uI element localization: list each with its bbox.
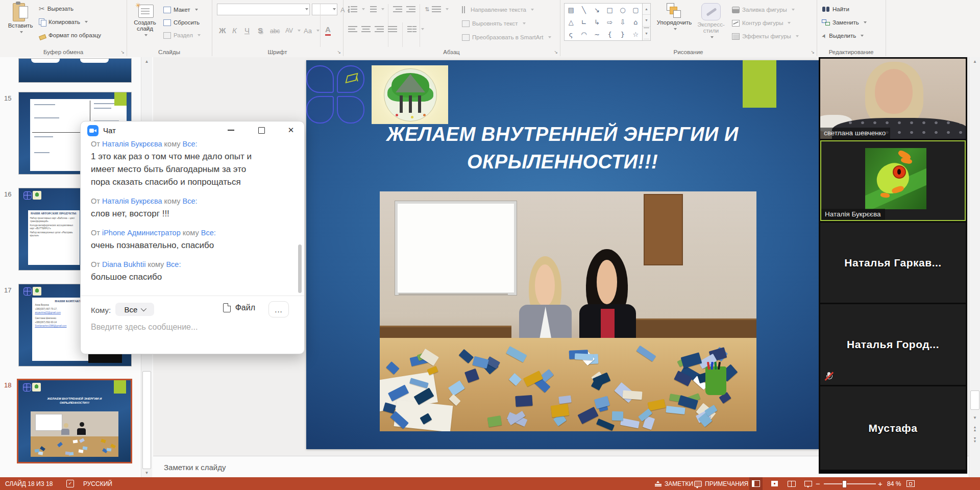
columns-button[interactable] [407,23,424,35]
shape-triangle-icon[interactable]: △ [565,16,577,28]
shape-left-brace-icon[interactable]: { [603,28,616,40]
shape-ellipse-icon[interactable]: ○ [616,4,629,16]
scrollbar-thumb[interactable] [142,371,151,469]
shape-elbow-arrow-icon[interactable]: ↳ [591,16,603,28]
font-size-combo[interactable] [312,4,337,15]
chat-header[interactable]: Чат ✕ [81,121,304,138]
decrease-indent-button[interactable] [393,4,402,15]
language-indicator[interactable]: РУССКИЙ [83,477,112,490]
file-button[interactable]: Файл [223,303,255,312]
italic-button[interactable]: К [232,24,237,36]
shape-elbow-icon[interactable]: ∟ [577,16,590,28]
thumbnail-slide-18-selected[interactable]: ЖЕЛАЕМ ВНУТРЕННЕЙ ЭНЕРГИИ И ОКРЫЛЕННОСТИ… [17,379,132,463]
format-painter-button[interactable]: Формат по образцу [39,30,101,41]
shape-rectangle-icon[interactable]: □ [603,4,616,16]
participant-tile[interactable]: Наталья Город... [820,304,966,385]
reset-button[interactable]: Сбросить [163,17,200,28]
layout-button[interactable]: Макет [163,4,198,15]
more-options-button[interactable]: ... [268,301,289,317]
align-text-button[interactable]: Выровнять текст [462,18,526,29]
thumbnail-slide-14-partial[interactable] [18,58,132,83]
spellcheck-button[interactable]: ✓ [66,477,74,490]
dialog-launcher-icon[interactable]: ↘ [337,50,341,55]
align-center-button[interactable] [361,23,371,35]
zoom-slider-track[interactable] [824,483,876,484]
main-scrollbar[interactable]: ▲ ▼ ▲▲ ▼▼ [969,57,980,477]
recipient-dropdown[interactable]: Все [115,303,154,316]
text-shadow-button[interactable]: S [258,24,263,36]
shape-right-brace-icon[interactable]: } [616,28,629,40]
dialog-launcher-icon[interactable]: ↘ [554,50,558,55]
participant-tile[interactable]: Наталья Гаркав... [820,223,966,303]
bullets-button[interactable] [348,4,365,15]
find-button[interactable]: Найти [822,4,849,15]
chat-scrollbar[interactable] [298,244,302,293]
shape-star-icon[interactable]: ☆ [629,28,642,40]
shape-right-arrow-icon[interactable]: ⇨ [603,16,616,28]
shape-curve-icon[interactable]: ∼ [591,28,603,40]
notes-toggle-button[interactable]: ЗАМЕТКИ [655,477,693,490]
shape-effects-button[interactable]: Эффекты фигуры [732,31,799,42]
minimize-button[interactable] [224,124,238,137]
replace-button[interactable]: Заменить [822,17,867,28]
zoom-out-button[interactable]: − [816,477,820,490]
copy-button[interactable]: Копировать [39,16,88,28]
participant-tile[interactable]: Мустафа [820,386,966,470]
shape-textbox-icon[interactable]: ▤ [565,4,577,16]
shape-scribble-icon[interactable]: ς [565,28,577,40]
shape-outline-button[interactable]: Контур фигуры [732,17,791,29]
chat-message-input[interactable]: Введите здесь сообщение... [91,323,294,332]
shapes-gallery-scroll[interactable]: ▲ ▼ ▼ [642,3,651,41]
participant-tile-active-speaker[interactable]: Наталія Букрєєва [820,140,966,221]
slideshow-button[interactable] [801,477,815,490]
change-case-button[interactable]: Aa [304,25,320,36]
maximize-button[interactable] [254,124,268,137]
shape-line-icon[interactable]: ╲ [577,4,590,16]
underline-button[interactable]: Ч [244,24,250,36]
zoom-percentage[interactable]: 84 % [887,477,901,490]
dialog-launcher-icon[interactable]: ↘ [811,50,815,55]
slide-editing-area[interactable]: ЖЕЛАЕМ ВНУТРЕННЕЙ ЭНЕРГИИ И ОКРЫЛЕННОСТИ… [306,60,819,449]
arrange-button[interactable]: Упорядочить [656,3,693,32]
paste-button[interactable]: Вставить [6,2,35,35]
new-slide-button[interactable]: ✳ Создать слайд [130,3,160,38]
close-icon[interactable]: ✕ [284,124,298,137]
text-direction-button[interactable]: Направление текста [462,4,534,15]
cut-button[interactable]: ✂ Вырезать [39,3,74,14]
scroll-down-icon[interactable]: ▼ [141,471,152,475]
shape-rounded-rect-icon[interactable]: ▢ [629,4,642,16]
comments-toggle-button[interactable]: ПРИМЕЧАНИЯ [694,477,748,490]
shape-freeform-icon[interactable]: ⌂ [629,16,642,28]
font-name-combo[interactable] [217,4,310,15]
scroll-up-icon[interactable]: ▲ [141,59,152,64]
zoom-in-button[interactable]: + [878,477,883,490]
gallery-down-icon[interactable]: ▼ [643,15,650,26]
section-button[interactable]: Раздел [163,30,201,41]
gallery-more-icon[interactable]: ▼ [644,28,649,39]
increase-indent-button[interactable] [406,4,415,15]
normal-view-button[interactable] [749,477,763,490]
align-right-button[interactable] [375,23,384,35]
gallery-up-icon[interactable]: ▲ [643,4,650,15]
shapes-gallery[interactable]: ▤ ╲ ↘ □ ○ ▢ △ ∟ ↳ ⇨ ⇩ ⌂ ς ◠ ∼ { } ☆ [564,3,643,41]
font-color-button[interactable]: A [325,24,331,36]
scrollbar-thumb[interactable] [970,390,979,410]
character-spacing-button[interactable]: AV [285,25,301,36]
shape-fill-button[interactable]: Заливка фигуры [732,4,795,15]
shape-arc-icon[interactable]: ◠ [577,28,590,40]
shape-arrow-icon[interactable]: ↘ [591,4,603,16]
scroll-up-icon[interactable]: ▲ [969,59,980,64]
numbering-button[interactable] [368,4,384,15]
align-left-button[interactable] [348,23,357,35]
strikethrough-button[interactable]: abc [270,26,280,37]
next-slide-button[interactable]: ▼▼ [969,437,980,443]
zoom-slider-thumb[interactable] [842,480,847,488]
line-spacing-button[interactable]: ⇅ [425,4,449,15]
slide-sorter-view-button[interactable] [768,477,781,490]
fit-slide-button[interactable] [906,477,915,490]
justify-button[interactable] [388,23,397,35]
quick-styles-button[interactable]: Экспресс-стили [694,3,728,40]
previous-slide-button[interactable]: ▲▲ [969,426,980,432]
dialog-launcher-icon[interactable]: ↘ [120,50,125,55]
bold-button[interactable]: Ж [219,24,226,36]
